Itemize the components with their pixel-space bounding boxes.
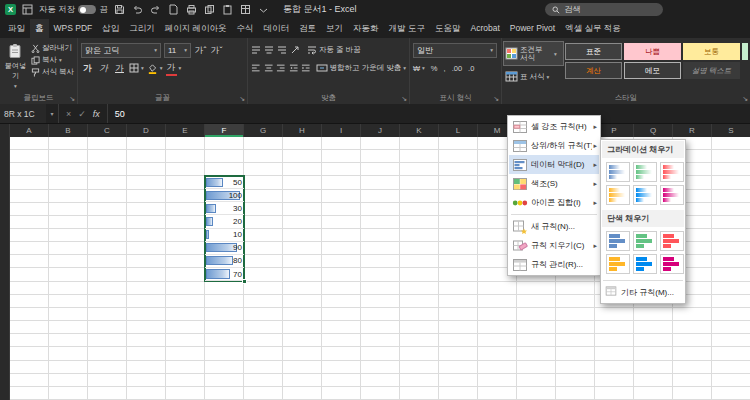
formula-input[interactable]: 50 — [108, 109, 125, 119]
solid-data-bar-option[interactable] — [633, 254, 657, 274]
align-middle-icon[interactable] — [264, 45, 274, 55]
conditional-formatting-button[interactable]: 조건부 서식 ▾ — [504, 42, 563, 65]
paste-qat-icon[interactable] — [221, 3, 234, 16]
column-header-L[interactable]: L — [439, 124, 478, 137]
ribbon-tab[interactable]: 그리기 — [124, 19, 160, 38]
align-top-icon[interactable] — [251, 45, 261, 55]
autosave-switch-icon[interactable] — [78, 5, 96, 14]
underline-button[interactable]: 가 — [113, 62, 126, 75]
increase-font-button[interactable]: 가ˆ — [194, 44, 207, 57]
ribbon-tab[interactable]: 엑셀 실무 적용 — [560, 19, 626, 38]
column-header-K[interactable]: K — [400, 124, 439, 137]
italic-button[interactable]: 가 — [97, 62, 110, 75]
redo-icon[interactable] — [149, 3, 162, 16]
gradient-data-bar-option[interactable] — [660, 185, 684, 205]
name-box[interactable]: 8R x 1C — [0, 104, 46, 123]
decrease-indent-icon[interactable] — [289, 63, 299, 73]
column-header-A[interactable]: A — [10, 124, 49, 137]
fill-handle[interactable] — [242, 279, 247, 284]
excel-logo-icon[interactable]: X — [5, 4, 16, 15]
gradient-data-bar-option[interactable] — [633, 162, 657, 182]
menu-item[interactable]: 상위/하위 규칙(T)▸ — [509, 136, 599, 155]
gradient-data-bar-option[interactable] — [606, 162, 630, 182]
merge-center-button[interactable]: 병합하고 가운데 맞춤 ▾ — [316, 63, 406, 73]
select-all-corner[interactable] — [0, 124, 10, 137]
cell-style-option[interactable]: 나쁨 — [624, 43, 681, 60]
ribbon-tab[interactable]: 파일 — [3, 19, 30, 38]
font-name-combo[interactable]: 맑은 고딕 ▾ — [81, 43, 161, 58]
data-cell[interactable]: 100 — [205, 189, 244, 202]
percent-button[interactable]: % — [431, 64, 438, 73]
cell-style-option[interactable]: 보통 — [683, 43, 740, 60]
undo-icon[interactable] — [131, 3, 144, 16]
cell-style-option[interactable]: 좋음 — [742, 43, 748, 60]
menu-item[interactable]: 규칙 지우기(C)▸ — [509, 236, 599, 255]
ribbon-options-icon[interactable] — [21, 3, 34, 16]
align-left-icon[interactable] — [251, 63, 261, 73]
align-bottom-icon[interactable] — [277, 45, 287, 55]
ribbon-tab[interactable]: 개발 도구 — [384, 19, 430, 38]
gradient-data-bar-option[interactable] — [660, 162, 684, 182]
table-icon[interactable] — [239, 3, 252, 16]
column-header-S[interactable]: S — [712, 124, 750, 137]
column-header-H[interactable]: H — [283, 124, 322, 137]
data-cell[interactable]: 70 — [205, 268, 244, 281]
gradient-data-bar-option[interactable] — [633, 185, 657, 205]
print-icon[interactable] — [185, 3, 198, 16]
menu-item[interactable]: 규칙 관리(R)... — [509, 255, 599, 274]
fill-color-button[interactable]: ▾ — [147, 63, 163, 74]
cell-style-option[interactable]: 표준 — [565, 43, 622, 60]
copy-icon[interactable] — [203, 3, 216, 16]
ribbon-tab[interactable]: Power Pivot — [505, 19, 560, 38]
data-cell[interactable]: 90 — [205, 242, 244, 255]
comma-button[interactable]: , — [444, 64, 446, 73]
solid-data-bar-option[interactable] — [633, 231, 657, 251]
column-header-R[interactable]: R — [673, 124, 712, 137]
font-color-button[interactable]: 가 ▾ — [166, 61, 182, 76]
name-box-dropdown-icon[interactable]: ▾ — [46, 104, 59, 123]
copy-button[interactable]: 복사 ▾ — [31, 55, 74, 65]
number-format-combo[interactable]: 일반 ▾ — [413, 43, 497, 58]
data-cell[interactable]: 20 — [205, 215, 244, 228]
align-center-icon[interactable] — [264, 63, 274, 73]
menu-item[interactable]: 셀 강조 규칙(H)▸ — [509, 117, 599, 136]
data-cell[interactable]: 50 — [205, 176, 244, 189]
solid-data-bar-option[interactable] — [660, 254, 684, 274]
decrease-decimal-button[interactable]: .0 — [468, 64, 474, 73]
ribbon-tab[interactable]: 페이지 레이아웃 — [160, 19, 232, 38]
insert-function-button[interactable]: fx — [93, 109, 100, 119]
solid-data-bar-option[interactable] — [606, 231, 630, 251]
ribbon-tab[interactable]: 홈 — [30, 19, 49, 38]
format-painter-button[interactable]: 서식 복사 — [31, 67, 74, 77]
dialog-launcher-icon[interactable]: ↘ — [401, 95, 407, 103]
save-icon[interactable] — [113, 3, 126, 16]
new-document-icon[interactable] — [167, 3, 180, 16]
orientation-icon[interactable] — [290, 45, 300, 55]
format-as-table-button[interactable]: 표 서식 ▾ — [504, 65, 563, 88]
column-header-D[interactable]: D — [127, 124, 166, 137]
font-size-combo[interactable]: 11 ▾ — [164, 43, 191, 58]
increase-indent-icon[interactable] — [301, 63, 311, 73]
column-header-I[interactable]: I — [322, 124, 361, 137]
column-header-F[interactable]: F — [205, 124, 244, 137]
solid-data-bar-option[interactable] — [660, 231, 684, 251]
menu-item[interactable]: 새 규칙(N)... — [509, 217, 599, 236]
autosave-toggle[interactable]: 자동 저장 끔 — [39, 4, 108, 16]
enter-icon[interactable]: ✓ — [78, 109, 86, 119]
ribbon-tab[interactable]: 삽입 — [97, 19, 124, 38]
ribbon-tab[interactable]: 자동화 — [348, 19, 384, 38]
search-box[interactable]: 검색 — [545, 3, 663, 16]
ribbon-tab[interactable]: 검토 — [294, 19, 321, 38]
cell-style-option[interactable]: 설명 텍스트 — [683, 62, 740, 79]
data-cell[interactable]: 80 — [205, 255, 244, 268]
bold-button[interactable]: 가 — [81, 62, 94, 75]
cell-style-option[interactable]: 메모 — [624, 62, 681, 79]
ribbon-tab[interactable]: 데이터 — [259, 19, 295, 38]
dialog-launcher-icon[interactable]: ↘ — [742, 95, 748, 103]
column-header-E[interactable]: E — [166, 124, 205, 137]
more-commands-icon[interactable] — [257, 3, 270, 16]
ribbon-tab[interactable]: 수식 — [232, 19, 259, 38]
gradient-data-bar-option[interactable] — [606, 185, 630, 205]
ribbon-tab[interactable]: Acrobat — [465, 19, 504, 38]
cut-button[interactable]: 잘라내기 — [31, 43, 74, 53]
